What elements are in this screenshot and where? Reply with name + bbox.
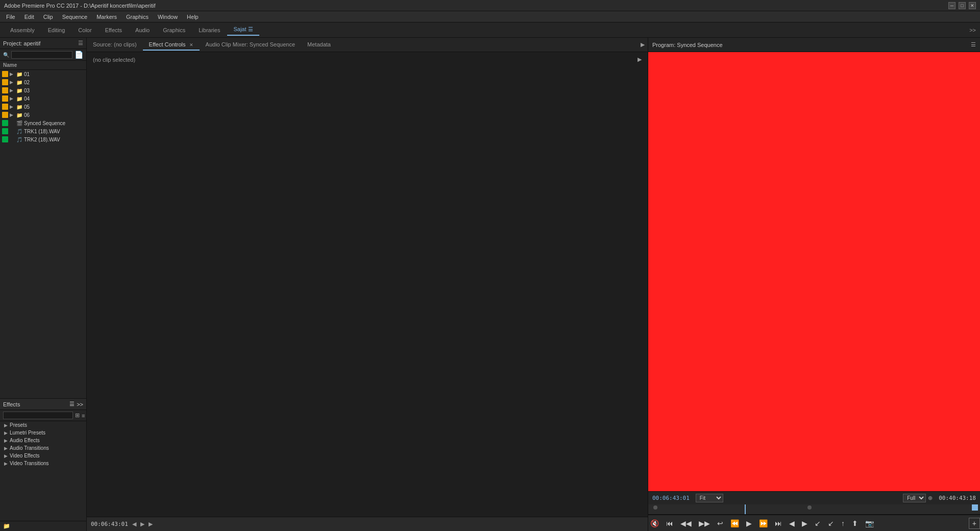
tab-audio-clip-mixer[interactable]: Audio Clip Mixer: Synced Sequence — [200, 39, 301, 51]
project-item-synced[interactable]: 🎬 Synced Sequence — [0, 119, 86, 127]
add-button[interactable]: + — [969, 518, 980, 529]
tab-assembly[interactable]: Assembly — [4, 25, 41, 35]
project-item-trk2[interactable]: 🎵 TRK2 (18).WAV — [0, 135, 86, 143]
item-label-06: 06 — [24, 112, 30, 118]
menu-bar: File Edit Clip Sequence Markers Graphics… — [0, 11, 980, 22]
camera-button[interactable]: 📷 — [863, 518, 876, 528]
tab-source[interactable]: Source: (no clips) — [87, 39, 143, 51]
folder-icon-01: 📁 — [16, 71, 22, 77]
menu-graphics[interactable]: Graphics — [122, 13, 153, 21]
effect-video-transitions[interactable]: ▶ Video Transitions — [0, 460, 86, 467]
menu-clip[interactable]: Clip — [39, 13, 57, 21]
effect-presets[interactable]: ▶ Presets — [0, 421, 86, 429]
play-stop-toggle-button[interactable]: ▶ — [744, 518, 754, 528]
folder-icon-03: 📁 — [16, 88, 22, 93]
menu-markers[interactable]: Markers — [92, 13, 121, 21]
effects-list-icon[interactable]: ≡ — [82, 413, 85, 419]
menu-file[interactable]: File — [2, 13, 19, 21]
goto-in-button[interactable]: ⏪ — [728, 518, 741, 528]
project-item-01[interactable]: ▶ 📁 01 — [0, 70, 86, 78]
safe-margin-icon[interactable]: ⊕ — [928, 495, 933, 501]
expand-arrow-03: ▶ — [10, 88, 15, 93]
lift-button[interactable]: ↑ — [839, 518, 847, 528]
step-back-frame-button[interactable]: ◀◀ — [678, 518, 694, 528]
step-next-button[interactable]: ⏭ — [773, 518, 784, 528]
project-items-list: ▶ 📁 01 ▶ 📁 02 ▶ 📁 03 ▶ 📁 04 — [0, 70, 86, 398]
audio-trans-label: Audio Transitions — [10, 445, 49, 451]
project-item-02[interactable]: ▶ 📁 02 — [0, 78, 86, 86]
item-label-03: 03 — [24, 88, 30, 93]
close-button[interactable]: ✕ — [969, 2, 976, 9]
transport-marker-in — [653, 505, 657, 510]
main-layout: Project: aperitif ☰ 🔍 📄 Name ▶ 📁 01 ▶ 📁 … — [0, 38, 980, 531]
zoom-select[interactable]: Fit 25% 50% 75% 100% — [696, 494, 723, 502]
workspace-more-button[interactable]: >> — [969, 27, 976, 33]
tab-audio[interactable]: Audio — [129, 25, 156, 35]
project-search-input[interactable] — [11, 51, 72, 59]
insert-button[interactable]: ↙ — [813, 518, 823, 528]
project-menu-button[interactable]: ☰ — [78, 40, 83, 46]
effect-audio-transitions[interactable]: ▶ Audio Transitions — [0, 444, 86, 452]
audio-trans-arrow-icon: ▶ — [4, 446, 8, 451]
project-search-bar: 🔍 📄 — [0, 49, 86, 61]
extract-button[interactable]: ⬆ — [850, 518, 860, 528]
effects-folder-icon[interactable]: 📁 — [3, 523, 10, 529]
goto-out-button[interactable]: ⏩ — [757, 518, 770, 528]
effect-video-effects[interactable]: ▶ Video Effects — [0, 452, 86, 460]
source-tabs-more-button[interactable]: ▶ — [638, 39, 648, 50]
mark-in-prog-button[interactable]: ◀ — [787, 518, 797, 528]
tab-graphics[interactable]: Graphics — [157, 25, 191, 35]
source-timecode[interactable]: 00:06:43:01 — [91, 521, 128, 527]
program-monitor-title: Program: Synced Sequence — [652, 42, 969, 48]
tab-sajat[interactable]: Sajat ☰ — [227, 24, 259, 36]
project-item-04[interactable]: ▶ 📁 04 — [0, 94, 86, 103]
effects-more-icon[interactable]: >> — [77, 401, 83, 407]
tab-effect-controls[interactable]: Effect Controls ✕ — [143, 39, 200, 51]
transport-marker-out — [807, 505, 812, 510]
loop-button[interactable]: ↩ — [715, 518, 725, 528]
menu-sequence[interactable]: Sequence — [58, 13, 92, 21]
menu-help[interactable]: Help — [183, 13, 203, 21]
mark-out-prog-button[interactable]: ▶ — [800, 518, 810, 528]
effect-controls-close-icon[interactable]: ✕ — [189, 42, 193, 47]
audio-effects-label: Audio Effects — [10, 438, 40, 443]
window-controls[interactable]: ─ □ ✕ — [948, 2, 976, 9]
new-item-button[interactable]: 📄 — [75, 51, 83, 59]
project-item-05[interactable]: ▶ 📁 05 — [0, 103, 86, 111]
effects-search-input[interactable] — [3, 412, 73, 419]
effect-audio-effects[interactable]: ▶ Audio Effects — [0, 437, 86, 444]
tab-color[interactable]: Color — [72, 25, 97, 35]
item-color-06 — [2, 112, 8, 118]
maximize-button[interactable]: □ — [959, 2, 966, 9]
expand-arrow-04: ▶ — [10, 96, 15, 101]
mark-out-icon[interactable]: ▶ — [149, 521, 153, 527]
menu-edit[interactable]: Edit — [20, 13, 38, 21]
effects-panel-header: Effects ☰ >> — [0, 399, 86, 410]
effects-title: Effects — [3, 401, 67, 407]
folder-icon-06: 📁 — [16, 112, 22, 118]
tab-metadata[interactable]: Metadata — [301, 39, 337, 51]
presets-arrow-icon: ▶ — [4, 423, 8, 428]
step-back-button[interactable]: ⏮ — [664, 518, 675, 528]
mute-button[interactable]: 🔇 — [648, 518, 661, 528]
tab-effects[interactable]: Effects — [99, 25, 128, 35]
project-item-trk1[interactable]: 🎵 TRK1 (18).WAV — [0, 127, 86, 135]
expand-icon[interactable]: ▶ — [638, 56, 642, 63]
effect-lumetri[interactable]: ▶ Lumetri Presets — [0, 429, 86, 437]
program-timecode[interactable]: 00:06:43:01 — [652, 495, 690, 501]
tab-libraries[interactable]: Libraries — [192, 25, 226, 35]
project-item-06[interactable]: ▶ 📁 06 — [0, 111, 86, 119]
play-icon[interactable]: ▶ — [140, 521, 144, 527]
project-item-03[interactable]: ▶ 📁 03 — [0, 86, 86, 94]
overwrite-button[interactable]: ↙ — [826, 518, 836, 528]
program-timeline-scrubber[interactable] — [648, 504, 980, 514]
tab-editing[interactable]: Editing — [42, 25, 71, 35]
program-menu-icon[interactable]: ☰ — [971, 41, 976, 48]
effects-list: ▶ Presets ▶ Lumetri Presets ▶ Audio Effe… — [0, 421, 86, 521]
quality-select[interactable]: Full 1/2 1/4 — [903, 494, 926, 502]
mark-in-icon[interactable]: ◀ — [132, 521, 136, 527]
menu-window[interactable]: Window — [154, 13, 182, 21]
minimize-button[interactable]: ─ — [948, 2, 955, 9]
step-forward-frame-button[interactable]: ▶▶ — [697, 518, 712, 528]
effects-grid-icon[interactable]: ⊞ — [75, 412, 80, 419]
